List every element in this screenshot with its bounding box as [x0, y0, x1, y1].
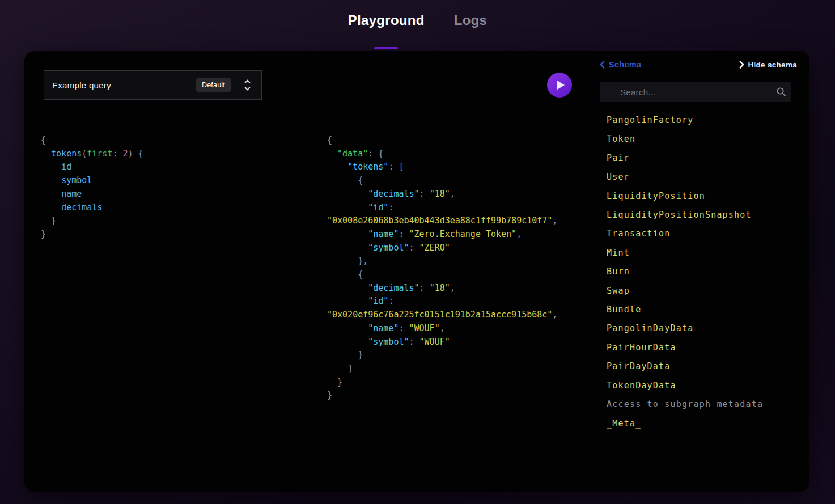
code-line: "symbol": "WOUF" — [327, 336, 557, 349]
code-line: decimals — [41, 201, 143, 215]
default-badge: Default — [196, 78, 231, 92]
schema-back-button[interactable]: Schema — [600, 60, 641, 69]
code-line: } — [327, 349, 557, 362]
schema-type-meta[interactable]: _Meta_ — [607, 414, 809, 433]
schema-type-pangolindaydata[interactable]: PangolinDayData — [607, 319, 809, 338]
schema-type-pairhourdata[interactable]: PairHourData — [607, 338, 809, 357]
code-line: "symbol": "ZERO" — [327, 242, 557, 255]
execute-query-button[interactable] — [547, 73, 572, 98]
playground-screen: Playground Logs Example query Default { … — [0, 0, 835, 504]
schema-search-box — [600, 82, 791, 102]
code-line: symbol — [41, 174, 143, 188]
example-query-select[interactable]: Example query Default — [44, 70, 262, 100]
select-updown-icon — [244, 79, 251, 91]
schema-type-pairdaydata[interactable]: PairDayData — [607, 357, 809, 376]
example-query-label: Example query — [52, 81, 196, 90]
code-line: "decimals": "18", — [327, 282, 557, 295]
top-tab-bar: Playground Logs — [0, 0, 835, 50]
query-pane: Example query Default { tokens(first: 2)… — [24, 51, 307, 492]
results-pane: { "data": { "tokens": [ { "decimals": "1… — [307, 51, 591, 492]
schema-type-bundle[interactable]: Bundle — [607, 300, 809, 319]
code-line: } — [41, 228, 143, 242]
hide-schema-label: Hide schema — [748, 61, 797, 69]
playground-card: Example query Default { tokens(first: 2)… — [24, 51, 809, 492]
tab-playground[interactable]: Playground — [348, 0, 425, 50]
code-line: tokens(first: 2) { — [41, 147, 143, 161]
code-line: { — [327, 268, 557, 282]
tab-logs-label: Logs — [454, 12, 488, 28]
schema-type-transaction[interactable]: Transaction — [607, 225, 809, 243]
code-line: "id": — [327, 201, 557, 215]
schema-type-token[interactable]: Token — [607, 130, 809, 149]
search-icon[interactable] — [776, 87, 786, 97]
schema-type-list: PangolinFactoryTokenPairUserLiquidityPos… — [591, 102, 809, 433]
play-icon — [557, 81, 565, 90]
schema-meta-description: Access to subgraph metadata — [607, 395, 809, 414]
code-line: name — [41, 188, 143, 201]
schema-type-user[interactable]: User — [607, 168, 809, 187]
schema-type-liquidityposition[interactable]: LiquidityPosition — [607, 187, 809, 206]
code-line: "tokens": [ — [327, 160, 557, 174]
result-viewer[interactable]: { "data": { "tokens": [ { "decimals": "1… — [327, 134, 557, 403]
code-line: { — [41, 134, 143, 147]
schema-sidebar-header: Schema Hide schema — [591, 51, 809, 78]
schema-type-pangolinfactory[interactable]: PangolinFactory — [607, 111, 809, 130]
code-line: "name": "WOUF", — [327, 322, 557, 336]
code-line: { — [327, 134, 557, 147]
code-line: } — [41, 214, 143, 228]
code-line: "data": { — [327, 147, 557, 161]
schema-type-tokendaydata[interactable]: TokenDayData — [607, 376, 809, 395]
schema-type-pair[interactable]: Pair — [607, 149, 809, 168]
chevron-right-icon — [739, 61, 744, 69]
code-line: }, — [327, 255, 557, 268]
schema-type-liquiditypositionsnapshot[interactable]: LiquidityPositionSnapshot — [607, 206, 809, 225]
code-line: "decimals": "18", — [327, 188, 557, 201]
chevron-left-icon — [600, 61, 605, 69]
schema-search-input[interactable] — [600, 82, 791, 102]
code-line: { — [327, 174, 557, 188]
code-line: "0x008e26068b3eb40b443d3ea88c1ff99b789c1… — [327, 214, 557, 228]
code-line: ] — [327, 362, 557, 376]
hide-schema-button[interactable]: Hide schema — [739, 61, 797, 69]
code-line: "0x020ef96c76a225fc0151c191b2a15accc915b… — [327, 308, 557, 322]
tab-logs[interactable]: Logs — [454, 0, 488, 50]
code-line: "name": "Zero.Exchange Token", — [327, 228, 557, 242]
code-line: id — [41, 160, 143, 174]
schema-type-swap[interactable]: Swap — [607, 282, 809, 300]
schema-type-burn[interactable]: Burn — [607, 262, 809, 281]
query-editor[interactable]: { tokens(first: 2) { id symbol name deci… — [41, 134, 143, 242]
code-line: } — [327, 376, 557, 389]
tab-playground-label: Playground — [348, 12, 425, 28]
code-line: } — [327, 389, 557, 403]
code-line: "id": — [327, 295, 557, 308]
schema-back-label: Schema — [609, 60, 641, 69]
schema-type-mint[interactable]: Mint — [607, 244, 809, 262]
schema-sidebar: Schema Hide schema PangolinFactoryTokenP… — [591, 51, 809, 492]
